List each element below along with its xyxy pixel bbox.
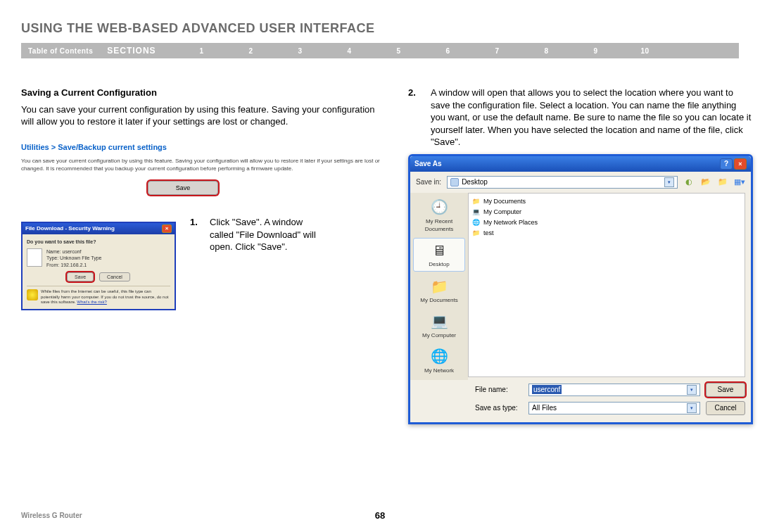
list-item[interactable]: 🌐My Network Places xyxy=(471,217,742,228)
item-label: My Computer xyxy=(483,208,521,216)
help-icon[interactable]: ? xyxy=(720,158,733,170)
desktop-icon: 🖥 xyxy=(429,241,449,260)
filetype-value: All Files xyxy=(532,403,557,413)
filename-row: File name: userconf▾ Save xyxy=(475,383,745,397)
savein-value: Desktop xyxy=(462,177,488,187)
desktop-icon xyxy=(450,178,459,186)
tiny-description: You can save your current configuration … xyxy=(21,158,387,172)
saveas-save-button[interactable]: Save xyxy=(706,383,745,397)
saveas-main: 🕘My Recent Documents 🖥Desktop 📁My Docume… xyxy=(410,193,751,380)
type-label: Type: xyxy=(46,255,58,260)
step-2-num: 2. xyxy=(408,87,421,148)
step-1-text: Click "Save". A window called "File Down… xyxy=(210,216,322,310)
side-computer[interactable]: 💻My Computer xyxy=(413,310,465,342)
section-nav: Table of Contents SECTIONS 1 2 3 4 5 6 7… xyxy=(21,43,739,58)
step-1-row: File Download - Security Warning × Do yo… xyxy=(21,216,387,310)
back-icon[interactable]: ◐ xyxy=(683,177,695,188)
save-button[interactable]: Save xyxy=(148,181,218,195)
nav-7[interactable]: 7 xyxy=(473,47,522,55)
close-icon[interactable]: × xyxy=(734,158,747,170)
right-column: 2. A window will open that allows you to… xyxy=(408,87,753,424)
saveas-title: Save As xyxy=(414,159,442,169)
view-menu-icon[interactable]: ▦▾ xyxy=(734,177,745,188)
save-button-screenshot: Save xyxy=(148,181,387,195)
network-icon: 🌐 xyxy=(471,218,481,227)
nav-3[interactable]: 3 xyxy=(276,47,325,55)
list-item[interactable]: 📁test xyxy=(471,228,742,239)
list-item[interactable]: 📁My Documents xyxy=(471,196,742,207)
side-recent[interactable]: 🕘My Recent Documents xyxy=(413,196,465,236)
side-documents-label: My Documents xyxy=(420,297,457,305)
file-icon xyxy=(27,248,42,267)
warn-link[interactable]: What's the risk? xyxy=(77,300,107,304)
dlg-save-button[interactable]: Save xyxy=(67,272,94,281)
left-column: Saving a Current Configuration You can s… xyxy=(21,87,387,424)
saveas-sidebar: 🕘My Recent Documents 🖥Desktop 📁My Docume… xyxy=(410,193,468,380)
step-2-row: 2. A window will open that allows you to… xyxy=(408,87,753,148)
page-footer: Wireless G Router 68 xyxy=(21,512,739,519)
dialog-titlebar: File Download - Security Warning × xyxy=(23,223,175,234)
list-item[interactable]: 💻My Computer xyxy=(471,207,742,217)
filename-input[interactable]: userconf▾ xyxy=(528,384,700,396)
item-label: test xyxy=(483,229,494,237)
step-1-text-block: 1. Click "Save". A window called "File D… xyxy=(190,216,322,310)
nav-1[interactable]: 1 xyxy=(177,47,227,55)
dialog-buttons: Save Cancel xyxy=(27,272,170,281)
nav-8[interactable]: 8 xyxy=(522,47,571,55)
file-meta: Name: userconf Type: Unknown File Type F… xyxy=(46,248,101,268)
saveas-file-pane[interactable]: 📁My Documents 💻My Computer 🌐My Network P… xyxy=(468,193,745,377)
dlg-cancel-button[interactable]: Cancel xyxy=(99,272,130,281)
chevron-down-icon[interactable]: ▾ xyxy=(687,403,697,413)
item-label: My Documents xyxy=(483,197,526,205)
saveas-title-buttons: ? × xyxy=(720,158,747,170)
filetype-label: Save as type: xyxy=(475,403,523,413)
computer-icon: 💻 xyxy=(471,208,481,217)
subheading: Saving a Current Configuration xyxy=(21,87,387,99)
toc-link[interactable]: Table of Contents xyxy=(28,47,93,55)
chevron-down-icon[interactable]: ▾ xyxy=(687,385,697,395)
sections-label: SECTIONS xyxy=(107,46,156,56)
filename-value: userconf xyxy=(532,385,562,395)
documents-icon: 📁 xyxy=(429,277,449,296)
filename-label: File name: xyxy=(475,385,523,395)
folder-icon: 📁 xyxy=(471,229,481,238)
warning-text: While files from the Internet can be use… xyxy=(41,289,170,305)
saveas-cancel-button[interactable]: Cancel xyxy=(706,401,745,415)
side-desktop-label: Desktop xyxy=(429,261,449,269)
type-value: Unknown File Type xyxy=(60,255,101,260)
content-columns: Saving a Current Configuration You can s… xyxy=(21,87,739,424)
recent-icon: 🕘 xyxy=(429,198,449,217)
page-number: 68 xyxy=(375,510,385,521)
new-folder-icon[interactable]: 📁 xyxy=(717,177,728,188)
savein-dropdown[interactable]: Desktop ▾ xyxy=(447,176,678,189)
filetype-dropdown[interactable]: All Files▾ xyxy=(528,402,700,414)
computer-icon: 💻 xyxy=(429,312,449,331)
side-network-label: My Network xyxy=(424,367,454,375)
chevron-down-icon[interactable]: ▾ xyxy=(664,177,674,187)
warning-icon xyxy=(27,289,38,300)
utility-breadcrumb: Utilities > Save/Backup current settings xyxy=(21,142,387,153)
nav-2[interactable]: 2 xyxy=(227,47,276,55)
save-as-dialog: Save As ? × Save in: Desktop ▾ ◐ � xyxy=(408,154,753,424)
side-recent-label: My Recent Documents xyxy=(413,218,465,234)
nav-10[interactable]: 10 xyxy=(621,47,670,55)
intro-para: You can save your current configuration … xyxy=(21,103,387,128)
nav-9[interactable]: 9 xyxy=(571,47,621,55)
step-2-text: A window will open that allows you to se… xyxy=(431,87,753,148)
nav-6[interactable]: 6 xyxy=(424,47,473,55)
dialog-warning: While files from the Internet can be use… xyxy=(27,286,170,305)
close-icon[interactable]: × xyxy=(162,224,172,233)
up-icon[interactable]: 📂 xyxy=(700,177,711,188)
network-icon: 🌐 xyxy=(429,347,449,367)
name-label: Name: xyxy=(46,249,61,254)
saveas-titlebar: Save As ? × xyxy=(410,156,751,172)
name-value: userconf xyxy=(63,249,82,254)
saveas-bottom: File name: userconf▾ Save Save as type: … xyxy=(410,380,751,422)
saveas-top-row: Save in: Desktop ▾ ◐ 📂 📁 ▦▾ xyxy=(410,172,751,193)
side-network[interactable]: 🌐My Network xyxy=(413,345,465,377)
nav-4[interactable]: 4 xyxy=(325,47,374,55)
nav-5[interactable]: 5 xyxy=(374,47,424,55)
dialog-question: Do you want to save this file? xyxy=(27,239,170,245)
side-documents[interactable]: 📁My Documents xyxy=(413,274,465,307)
side-desktop[interactable]: 🖥Desktop xyxy=(413,238,465,272)
